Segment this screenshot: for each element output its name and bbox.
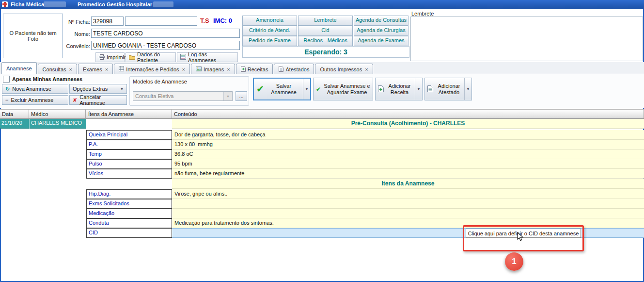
anamnese-item-cell[interactable]: Medicação bbox=[86, 209, 172, 218]
quick-button-agenda-exames[interactable]: Agenda de Exames bbox=[354, 36, 408, 46]
anamnese-item-cell[interactable]: Queixa Principal bbox=[86, 130, 172, 140]
printer-icon bbox=[99, 54, 105, 61]
quick-button-cid[interactable]: Cid bbox=[298, 26, 353, 36]
no-photo-text: O Paciente não tem Foto bbox=[3, 30, 63, 42]
anamnese-item-cell[interactable]: P.A. bbox=[86, 140, 172, 149]
patient-photo-placeholder: O Paciente não tem Foto bbox=[3, 14, 63, 58]
receita-dropdown-arrow[interactable]: ▼ bbox=[415, 78, 422, 100]
combobox-value: Consulta Eletiva bbox=[133, 93, 174, 99]
tab-outros-impressos[interactable]: Outros Impressos × bbox=[315, 64, 373, 74]
app-name: Promedico Gestão Hospitalar bbox=[78, 0, 152, 9]
apenas-minhas-checkbox[interactable]: Apenas Minhas Anamneses bbox=[3, 76, 82, 83]
salvar-anamnese-button[interactable]: ✔ Salvar Anamnese ▼ bbox=[253, 78, 311, 100]
chevron-down-icon[interactable]: ▼ bbox=[223, 92, 232, 100]
quick-button-recibos-medicos[interactable]: Recibos - Médicos bbox=[298, 36, 353, 46]
quick-button-lembrete[interactable]: Lembrete bbox=[298, 16, 353, 26]
button-label: Adicionar Receita bbox=[387, 83, 412, 96]
button-label: Imprimir bbox=[107, 54, 126, 60]
anamnese-content-cell[interactable]: 130 x 80 mmhg bbox=[172, 140, 644, 149]
anamnese-item-cell[interactable]: Pulso bbox=[86, 159, 172, 169]
button-label: Cancelar Anamnese bbox=[79, 94, 124, 106]
excluir-anamnese-button[interactable]: − Excluir Anamnese bbox=[2, 95, 68, 105]
red-x-icon: ✘ bbox=[73, 97, 77, 103]
adicionar-receita-button[interactable]: Adicionar Receita ▼ bbox=[375, 78, 423, 100]
cell-divider bbox=[29, 119, 30, 129]
close-icon[interactable]: × bbox=[365, 66, 368, 72]
modelo-browse-button[interactable]: ... bbox=[236, 91, 247, 101]
history-column-data[interactable]: Data bbox=[0, 109, 29, 119]
lembrete-box[interactable] bbox=[410, 17, 643, 61]
ficha-input[interactable] bbox=[91, 17, 124, 26]
tab-label: Exames bbox=[83, 66, 102, 72]
nova-anamnese-button[interactable]: ↻ Nova Anamnese bbox=[2, 84, 68, 94]
button-label: Salvar Anamnese e Aguardar Exame bbox=[324, 83, 370, 96]
anamnese-item-cell[interactable]: Temp bbox=[86, 149, 172, 159]
anamnese-content-cell[interactable] bbox=[172, 209, 644, 218]
document-icon bbox=[279, 66, 283, 73]
anamnese-item-cell-cid[interactable]: CID bbox=[86, 228, 172, 238]
checkbox-box[interactable] bbox=[3, 76, 10, 83]
salvar-aguardar-exame-button[interactable]: ✔ Salvar Anamnese e Aguardar Exame bbox=[313, 78, 373, 100]
titlebar[interactable]: Ficha Médica Promedico Gestão Hospitalar bbox=[0, 0, 644, 9]
convenio-input[interactable] bbox=[91, 41, 240, 50]
anamnese-column-conteudo[interactable]: Conteúdo bbox=[172, 109, 644, 119]
anamnese-column-itens[interactable]: Ítens da Anamnese bbox=[86, 109, 172, 119]
grid-icon bbox=[119, 66, 124, 72]
tab-atestados[interactable]: Atestados bbox=[274, 64, 314, 74]
adicionar-atestado-button[interactable]: Adicionar Atestado ▼ bbox=[424, 78, 472, 100]
atestado-dropdown-arrow[interactable]: ▼ bbox=[464, 78, 471, 100]
window-frame-left bbox=[0, 9, 1, 282]
quick-button-agenda-consultas[interactable]: Agenda de Consultas bbox=[354, 16, 408, 26]
history-row-selected[interactable]: 21/10/20 CHARLLES MEDICO bbox=[0, 119, 86, 129]
salvar-dropdown-arrow[interactable]: ▼ bbox=[303, 79, 310, 100]
imprimir-button[interactable]: Imprimir bbox=[95, 52, 125, 62]
opcoes-extras-button[interactable]: Opções Extras ▼ bbox=[69, 84, 127, 94]
close-icon[interactable]: × bbox=[105, 66, 108, 72]
modelos-anamnese-group: Modelos de Anamnese Consulta Eletiva ▼ .… bbox=[129, 76, 249, 106]
anamnese-item-cell[interactable]: Hip.Diag. bbox=[86, 189, 172, 199]
close-icon[interactable]: × bbox=[182, 66, 185, 72]
ficha-extra-input[interactable] bbox=[125, 17, 197, 26]
tab-label: Outros Impressos bbox=[320, 66, 362, 72]
tab-imagens[interactable]: Imagens × bbox=[191, 64, 235, 74]
tab-anamnese[interactable]: Anamnese bbox=[1, 62, 37, 74]
dados-paciente-button[interactable]: Dados do Paciente bbox=[126, 52, 176, 62]
redacted-text bbox=[44, 1, 66, 7]
anamnese-content-cell[interactable]: não fuma, bebe regularmente bbox=[172, 169, 644, 179]
tab-internacoes-pedidos[interactable]: Internações e Pedidos × bbox=[114, 64, 190, 74]
tab-label: Atestados bbox=[285, 66, 309, 72]
quick-button-criterio-atend[interactable]: Critério de Atend. bbox=[242, 26, 297, 36]
close-icon[interactable]: × bbox=[227, 66, 230, 72]
image-icon bbox=[196, 66, 202, 72]
nome-input[interactable] bbox=[91, 29, 240, 38]
button-label: Adicionar Atestado bbox=[436, 83, 462, 96]
history-column-medico[interactable]: Médico bbox=[29, 109, 86, 119]
tab-receitas[interactable]: Receitas bbox=[236, 64, 273, 74]
step-number-badge: 1 bbox=[505, 252, 523, 271]
anamnese-content-cell[interactable]: 36.8 oC bbox=[172, 149, 644, 159]
tab-exames[interactable]: Exames × bbox=[78, 64, 113, 74]
anamnese-content-cell[interactable]: 95 bpm bbox=[172, 159, 644, 169]
tab-consultas[interactable]: Consultas × bbox=[38, 64, 77, 74]
log-anamneses-button[interactable]: Log das Anamneses bbox=[177, 52, 238, 62]
anamnese-content-cell[interactable] bbox=[172, 199, 644, 209]
anamnese-item-cell[interactable]: Exms Solicitados bbox=[86, 199, 172, 209]
modelo-combobox[interactable]: Consulta Eletiva ▼ bbox=[133, 91, 233, 101]
imc-label[interactable]: IMC: 0 bbox=[213, 17, 232, 24]
anamnese-item-cell[interactable]: Conduta bbox=[86, 218, 172, 228]
quick-button-amenorreia[interactable]: Amenorreia bbox=[242, 16, 297, 26]
quick-button-agenda-cirurgias[interactable]: Agenda de Cirurgias bbox=[354, 26, 408, 36]
anamnese-content-cell[interactable]: Virose, gripe ou afins.. bbox=[172, 189, 644, 199]
window-title: Ficha Médica bbox=[11, 0, 44, 9]
quick-button-pedido-exame[interactable]: Pedido de Exame bbox=[242, 36, 297, 46]
document-icon bbox=[427, 85, 433, 93]
prescription-icon bbox=[241, 66, 246, 73]
close-icon[interactable]: × bbox=[69, 66, 72, 72]
anamnese-item-cell[interactable]: Vícios bbox=[86, 169, 172, 179]
cancelar-anamnese-button[interactable]: ✘ Cancelar Anamnese bbox=[69, 95, 127, 105]
history-cell-data: 21/10/20 bbox=[1, 120, 22, 126]
anamnese-content-cell[interactable]: Dor de garganta, tosse, dor de cabeça bbox=[172, 130, 644, 140]
ts-label[interactable]: T.S bbox=[200, 17, 209, 24]
prescription-icon bbox=[378, 85, 384, 93]
refresh-icon: ↻ bbox=[5, 86, 10, 92]
